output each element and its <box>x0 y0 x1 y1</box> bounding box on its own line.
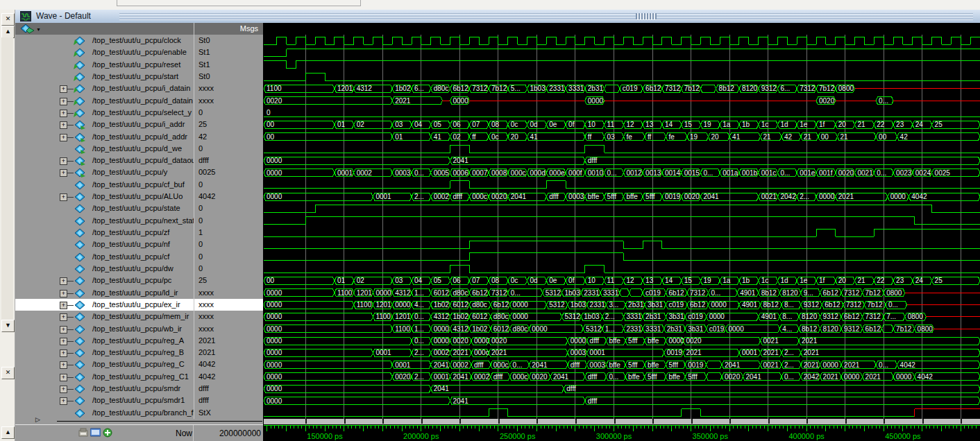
svg-text:d80c: d80c <box>472 301 487 309</box>
svg-text:0000: 0000 <box>588 97 604 105</box>
svg-text:ff: ff <box>472 133 476 141</box>
signal-row-reset[interactable]: /top_test/uut/u_pcpu/reset <box>15 59 194 71</box>
signal-value-row-zf[interactable]: 1 <box>194 227 263 239</box>
signal-value-row-select_y[interactable]: 0 <box>194 107 263 119</box>
signal-row-smdr1[interactable]: +/top_test/uut/u_pcpu/smdr1 <box>15 395 194 406</box>
signal-row-ex_ir[interactable]: +/top_test/uut/u_pcpu/ex_ir <box>15 299 194 311</box>
signal-value-row-reset[interactable]: St1 <box>194 59 263 71</box>
signal-value-row-ALUo[interactable]: 4042 <box>194 191 263 202</box>
scroll-down-icon[interactable]: ▼ <box>1 320 15 332</box>
signal-values-column[interactable]: St0St1St1St0xxxxxxxx025420dfff0025040420… <box>194 35 263 419</box>
signal-value-row-nf[interactable]: 0 <box>194 239 263 250</box>
signal-value-row-reg_B[interactable]: 2021 <box>194 347 263 358</box>
signal-value-row-d_datain[interactable]: xxxx <box>194 95 263 107</box>
cursor-marker-icon[interactable]: ▷ <box>35 416 40 423</box>
signal-value-row-mem_ir[interactable]: xxxx <box>194 311 263 322</box>
signal-row-cf_buf[interactable]: /top_test/uut/u_pcpu/cf_buf <box>15 179 194 191</box>
signal-value-row-dw[interactable]: 0 <box>194 263 263 275</box>
svg-text:8120: 8120 <box>782 289 798 297</box>
signal-row-d_datain[interactable]: +/top_test/uut/u_pcpu/d_datain <box>15 95 194 107</box>
signal-row-smdr[interactable]: +/top_test/uut/u_pcpu/smdr <box>15 383 194 395</box>
chevron-down-icon[interactable]: ▼ <box>36 27 41 32</box>
signal-value-row-state[interactable]: 0 <box>194 202 263 214</box>
signal-row-reg_B[interactable]: +/top_test/uut/u_pcpu/reg_B <box>15 347 194 358</box>
signal-value-row-ld_ir[interactable]: xxxx <box>194 287 263 299</box>
svg-text:01: 01 <box>337 121 346 128</box>
signal-value-row-d_dataout[interactable]: dfff <box>194 155 263 166</box>
signal-row-pc[interactable]: +/top_test/uut/u_pcpu/pc <box>15 275 194 286</box>
signal-row-cf[interactable]: /top_test/uut/u_pcpu/cf <box>15 251 194 263</box>
title-bar[interactable]: Wave - Default <box>15 10 980 24</box>
signal-name: /top_test/uut/u_pcpu/zf <box>92 228 169 236</box>
svg-text:0000: 0000 <box>267 361 282 369</box>
signal-row-reg_C1[interactable]: +/top_test/uut/u_pcpu/reg_C1 <box>15 371 194 383</box>
signal-row-clock[interactable]: /top_test/uut/u_pcpu/clock <box>15 35 194 46</box>
signal-row-reg_C[interactable]: +/top_test/uut/u_pcpu/reg_C <box>15 358 194 370</box>
signal-names-column[interactable]: /top_test/uut/u_pcpu/clock/top_test/uut/… <box>15 35 194 419</box>
scroll-up-icon[interactable]: ▲ <box>1 426 15 439</box>
signal-value-row-smdr[interactable]: dfff <box>194 383 263 395</box>
signal-value-row-reg_C[interactable]: 4042 <box>194 358 263 370</box>
signal-row-d_dataout[interactable]: +/top_test/uut/u_pcpu/d_dataout <box>15 155 194 166</box>
signal-row-state[interactable]: /top_test/uut/u_pcpu/state <box>15 202 194 214</box>
tree-connector <box>67 137 74 138</box>
signal-row-zf[interactable]: /top_test/uut/u_pcpu/zf <box>15 227 194 239</box>
vertical-scrollbar[interactable] <box>1 37 13 320</box>
signal-row-d_addr[interactable]: +/top_test/uut/u_pcpu/d_addr <box>15 131 194 143</box>
svg-text:0...: 0... <box>511 289 521 297</box>
signal-value-row-enable[interactable]: St1 <box>194 46 263 58</box>
waveform-canvas[interactable]: 1100120143121b026...d80c6b1273127b125...… <box>264 35 980 419</box>
signal-row-next_state[interactable]: /top_test/uut/u_pcpu/next_state <box>15 215 194 227</box>
signal-row-select_y[interactable]: +/top_test/uut/u_pcpu/select_y <box>15 107 194 119</box>
signal-name: /top_test/uut/u_pcpu/ex_ir <box>92 300 180 309</box>
signal-row-start[interactable]: /top_test/uut/u_pcpu/start <box>15 71 194 83</box>
signal-value-row-cf[interactable]: 0 <box>194 251 263 263</box>
svg-text:6012: 6012 <box>493 325 509 333</box>
close-icon[interactable]: ✕ <box>1 13 15 26</box>
svg-text:6b12: 6b12 <box>865 325 881 333</box>
signal-value-row-y[interactable]: 0025 <box>194 166 263 178</box>
signal-value-row-i_datain[interactable]: xxxx <box>194 83 263 94</box>
close-icon[interactable]: ✕ <box>1 367 15 379</box>
signal-value-row-d_addr[interactable]: 42 <box>194 131 263 143</box>
signal-value-row-next_state[interactable]: 0 <box>194 215 263 227</box>
signal-value-row-pc[interactable]: 25 <box>194 275 263 286</box>
signal-value-row-cf_buf[interactable]: 0 <box>194 179 263 191</box>
signal-value-row-branch_flag[interactable]: StX <box>194 407 263 419</box>
signal-row-ALUo[interactable]: +/top_test/uut/u_pcpu/ALUo <box>15 191 194 202</box>
signal-value-row-ex_ir[interactable]: xxxx <box>194 299 263 311</box>
signal-row-ld_ir[interactable]: +/top_test/uut/u_pcpu/ld_ir <box>15 287 194 299</box>
signal-row-y[interactable]: +/top_test/uut/u_pcpu/y <box>15 166 194 178</box>
svg-text:5fff: 5fff <box>628 337 638 345</box>
signal-value-row-clock[interactable]: St0 <box>194 35 263 46</box>
wave-row-i_datain: 1100120143121b026...d80c6b1273127b125...… <box>264 85 980 92</box>
signal-row-reg_A[interactable]: +/top_test/uut/u_pcpu/reg_A <box>15 335 194 347</box>
grid-tick <box>305 419 307 424</box>
signal-value-row-i_addr[interactable]: 25 <box>194 119 263 130</box>
signal-value-row-d_we[interactable]: 0 <box>194 143 263 155</box>
svg-text:21: 21 <box>840 133 849 141</box>
signal-row-i_datain[interactable]: +/top_test/uut/u_pcpu/i_datain <box>15 83 194 94</box>
signal-value-row-start[interactable]: St0 <box>194 71 263 83</box>
scroll-up-icon[interactable]: ▲ <box>1 26 15 38</box>
signal-row-branch_flag[interactable]: /top_test/uut/u_pcpu/branch_flag <box>15 407 194 419</box>
column-divider[interactable] <box>194 23 194 424</box>
signal-value: xxxx <box>198 84 214 92</box>
signal-row-dw[interactable]: /top_test/uut/u_pcpu/dw <box>15 263 194 275</box>
signal-row-mem_ir[interactable]: +/top_test/uut/u_pcpu/mem_ir <box>15 311 194 322</box>
drag-grip[interactable] <box>636 13 657 19</box>
cursor-strip[interactable]: ▷ <box>15 419 263 424</box>
signal-value-row-reg_C1[interactable]: 4042 <box>194 371 263 383</box>
signal-row-i_addr[interactable]: +/top_test/uut/u_pcpu/i_addr <box>15 119 194 130</box>
signal-row-d_we[interactable]: /top_test/uut/u_pcpu/d_we <box>15 143 194 155</box>
signal-value-row-wb_ir[interactable]: xxxx <box>194 323 263 335</box>
signal-group-icon[interactable] <box>21 24 35 34</box>
signal-value-row-smdr1[interactable]: dfff <box>194 395 263 406</box>
timeline-ruler[interactable]: 150000 ps200000 ps250000 ps300000 ps3500… <box>264 424 980 441</box>
signal-value-row-reg_A[interactable]: 2021 <box>194 335 263 347</box>
signal-row-nf[interactable]: /top_test/uut/u_pcpu/nf <box>15 239 194 250</box>
svg-text:0...: 0... <box>414 337 424 345</box>
svg-text:22: 22 <box>877 121 885 128</box>
signal-row-enable[interactable]: /top_test/uut/u_pcpu/enable <box>15 46 194 58</box>
signal-row-wb_ir[interactable]: +/top_test/uut/u_pcpu/wb_ir <box>15 323 194 335</box>
